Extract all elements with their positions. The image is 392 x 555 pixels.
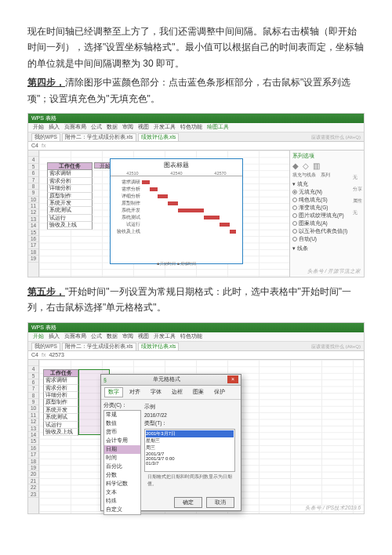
radio-icon[interactable]	[292, 237, 297, 241]
menu-item-active[interactable]: 开始	[33, 332, 44, 340]
dialog-title-text: 单元格格式	[153, 375, 180, 383]
cat-item[interactable]: 货币	[104, 428, 140, 437]
fill-section[interactable]: ▾ 填充	[292, 181, 361, 188]
doc-tab-active[interactable]: 绩效评估表.xls	[138, 133, 180, 141]
table-row: 试运行	[47, 215, 93, 222]
ok-button[interactable]: 确定	[174, 497, 202, 508]
type-item[interactable]: 星期三	[146, 437, 234, 444]
cat-item[interactable]: 特殊	[104, 497, 140, 506]
cell-name-box[interactable]: C4	[31, 352, 38, 357]
format-pane: 系列选项 ◆ ◇ ▥ 填充与线条 系列 ▾ 填充 无填充(N) 纯色填充(S) …	[289, 151, 364, 277]
task-table: 工作任务 需求调研 需求分析 详细分析 原型制作 系统开发 系统测试 试运行 验…	[47, 162, 93, 230]
radio-icon[interactable]	[292, 221, 297, 226]
radio-icon[interactable]	[292, 229, 297, 234]
type-item[interactable]: 01/3/7	[146, 461, 234, 466]
opt-pattern[interactable]: 图案填充(A)	[299, 220, 328, 227]
wps-title: WPS 表格	[31, 324, 56, 332]
type-list[interactable]: 2001年3月7日 星期三 周三 2001/3/7 2001/3/7 0:00 …	[144, 429, 235, 472]
table-row: 详细分析	[43, 392, 78, 399]
cat-item[interactable]: 科学记数	[104, 480, 140, 488]
menu-item[interactable]: 开发工具	[154, 123, 176, 131]
type-label: 类型(T)：	[144, 420, 235, 427]
radio-icon[interactable]	[292, 190, 297, 194]
quick-search[interactable]: 应该需要找什么 (Alt+Q)	[311, 134, 361, 141]
cat-item[interactable]: 常规	[104, 411, 140, 419]
menu-item[interactable]: 审阅	[122, 123, 133, 131]
menu-item[interactable]: 特色功能	[180, 123, 202, 131]
row-headers: 45678910111213141516171819	[28, 151, 39, 277]
paragraph-step5: 第五步，"开始时间"一列设置为常规日期格式：此时，选中表格中"开始时间"一列，右…	[27, 284, 365, 316]
gantt-chart[interactable]: 图表标题 42510 42540 42570 需求调研 需求分析 详细分析 原型…	[110, 158, 243, 264]
cat-item[interactable]: 数值	[104, 419, 140, 428]
tab-pattern[interactable]: 图案	[189, 387, 208, 397]
doc-tab[interactable]: 附件二：学生成绩分析表.xls	[62, 343, 136, 350]
dialog-tabs: 数字 对齐 字体 边框 图案 保护	[101, 386, 241, 400]
menu-item[interactable]: 开发工具	[154, 332, 176, 340]
doc-tab[interactable]: 我的WPS	[31, 133, 60, 141]
cat-item[interactable]: 时间	[104, 454, 140, 462]
tick: 42570	[214, 171, 226, 176]
menu-item[interactable]: 数据	[107, 332, 118, 340]
type-item[interactable]: 周三	[146, 444, 234, 452]
menu-item[interactable]: 视图	[138, 332, 149, 340]
category-list[interactable]: 常规 数值 货币 会计专用 日期 时间 百分比 分数 科学记数 文本 特殊 自定…	[103, 410, 141, 515]
radio-icon[interactable]	[292, 213, 297, 218]
series-label: 系列	[321, 172, 330, 179]
menu-item[interactable]: 开始	[33, 123, 44, 131]
tab-protect[interactable]: 保护	[210, 387, 229, 397]
cat-item-selected[interactable]: 日期	[104, 445, 140, 454]
tab-font[interactable]: 字体	[147, 387, 165, 397]
table-row: 需求调研	[47, 170, 93, 177]
menu-item[interactable]: 特色功能	[180, 332, 202, 340]
quick-search[interactable]: 应该需要找什么 (Alt+Q)	[311, 343, 361, 350]
menu-item[interactable]: 页面布局	[64, 332, 86, 340]
opt-gradient[interactable]: 渐变填充(G)	[299, 205, 328, 212]
effects-icon[interactable]: ◇	[303, 161, 309, 170]
wps-ribbon: 开始 插入 页面布局 公式 数据 审阅 视图 开发工具 特色功能	[28, 332, 364, 342]
menu-item[interactable]: 插入	[49, 123, 60, 131]
paint-icon[interactable]: ◆	[292, 161, 299, 170]
props-label[interactable]: 属性	[353, 198, 362, 205]
table-row: 原型制作	[43, 399, 78, 406]
table-header: 工作任务	[43, 369, 78, 377]
opt-solid[interactable]: 纯色填充(S)	[299, 197, 328, 204]
opt-picture[interactable]: 图片或纹理填充(P)	[299, 212, 344, 219]
menu-item[interactable]: 视图	[138, 123, 149, 131]
type-item-selected[interactable]: 2001年3月7日	[146, 430, 234, 437]
table-row: 需求调研	[43, 377, 78, 384]
doc-tab[interactable]: 附件二：学生成绩分析表.xls	[62, 133, 136, 141]
table-row: 验收及上线	[47, 222, 93, 229]
menu-item[interactable]: 数据	[107, 123, 118, 131]
cancel-button[interactable]: 取消	[206, 497, 234, 508]
chart-body: 需求调研 需求分析 详细分析 原型制作 系统开发 系统测试 试运行 验收及上线	[111, 179, 242, 261]
cat-item[interactable]: 自定义	[104, 506, 140, 514]
step4-label: 第四步，	[27, 77, 65, 88]
fill-line-label: 填充与线条	[292, 172, 316, 179]
share-label[interactable]: 分享	[353, 186, 362, 193]
sheet-body: 45678910111213141516171819 ABCDE 工作任务 需求…	[28, 151, 364, 277]
chart-icon[interactable]: ▥	[313, 161, 320, 170]
radio-icon[interactable]	[292, 205, 297, 210]
menu-item[interactable]: 审阅	[122, 332, 133, 340]
menu-item[interactable]: 公式	[91, 332, 102, 340]
doc-tab[interactable]: 我的WPS	[31, 343, 60, 350]
cat-item[interactable]: 会计专用	[104, 437, 140, 445]
tab-number[interactable]: 数字	[104, 387, 123, 397]
tab-align[interactable]: 对齐	[125, 387, 144, 397]
line-section[interactable]: ▾ 线条	[292, 245, 361, 252]
cat-item[interactable]: 百分比	[104, 462, 140, 471]
menu-item[interactable]: 插入	[49, 332, 60, 340]
cat-item[interactable]: 分数	[104, 471, 140, 480]
menu-item[interactable]: 公式	[91, 123, 102, 131]
tab-border[interactable]: 边框	[168, 387, 187, 397]
cell-name-box[interactable]: C4	[31, 143, 38, 148]
close-icon[interactable]: ×	[227, 375, 238, 383]
opt-no-fill[interactable]: 无填充(N)	[299, 189, 322, 196]
menu-item[interactable]: 页面布局	[64, 123, 86, 131]
opt-auto[interactable]: 自动(U)	[299, 236, 317, 243]
radio-icon[interactable]	[292, 198, 297, 202]
opt-invert[interactable]: 以互补色代表负值(I)	[299, 228, 347, 235]
menu-item-active[interactable]: 绘图工具	[207, 123, 229, 131]
cat-item[interactable]: 文本	[104, 488, 140, 497]
doc-tab-active[interactable]: 绩效评估表.xls	[138, 343, 180, 350]
